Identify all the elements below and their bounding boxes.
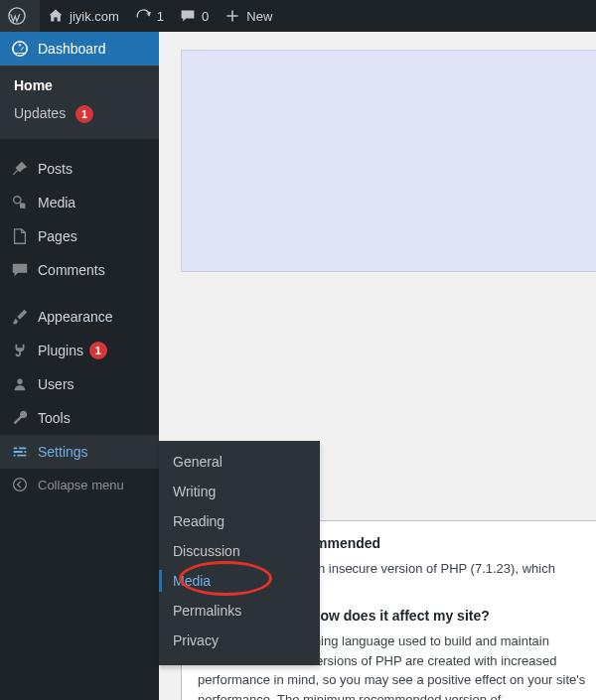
refresh-count: 1	[157, 9, 164, 24]
wrench-icon	[10, 409, 30, 427]
menu-label: Settings	[38, 444, 88, 460]
sliders-icon	[10, 443, 30, 461]
menu-posts[interactable]: Posts	[0, 152, 159, 186]
wp-logo[interactable]	[0, 0, 40, 32]
refresh-icon	[135, 8, 151, 24]
separator	[0, 143, 159, 148]
svg-point-1	[13, 42, 27, 56]
collapse-icon	[10, 477, 30, 492]
updates-link[interactable]: 1	[127, 0, 172, 32]
menu-pages[interactable]: Pages	[0, 219, 159, 253]
new-link[interactable]: New	[217, 0, 280, 32]
submenu-updates[interactable]: Updates 1	[0, 99, 159, 129]
site-name: jiyik.com	[70, 9, 119, 24]
settings-media[interactable]: Media	[159, 566, 320, 596]
menu-settings[interactable]: Settings	[0, 435, 159, 469]
svg-point-2	[14, 197, 21, 204]
collapse-menu[interactable]: Collapse menu	[0, 469, 159, 500]
home-icon	[48, 8, 64, 24]
collapse-label: Collapse menu	[38, 478, 124, 492]
menu-label: Comments	[38, 262, 105, 278]
menu-label: Plugins	[38, 343, 83, 358]
gauge-icon	[10, 40, 30, 58]
svg-point-4	[14, 479, 27, 491]
dashboard-submenu: Home Updates 1	[0, 66, 159, 139]
settings-privacy[interactable]: Privacy	[159, 626, 320, 655]
menu-label: Dashboard	[38, 41, 106, 57]
submenu-home[interactable]: Home	[0, 71, 159, 99]
new-label: New	[246, 9, 272, 24]
comment-icon	[10, 261, 30, 279]
settings-permalinks[interactable]: Permalinks	[159, 596, 320, 626]
comment-icon	[180, 8, 196, 24]
settings-discussion[interactable]: Discussion	[159, 536, 320, 566]
menu-label: Pages	[38, 228, 77, 244]
pin-icon	[10, 160, 30, 178]
menu-label: Users	[38, 376, 74, 392]
plug-icon	[10, 342, 30, 359]
menu-plugins[interactable]: Plugins 1	[0, 334, 159, 367]
menu-label: Appearance	[38, 309, 113, 325]
menu-tools[interactable]: Tools	[0, 401, 159, 435]
site-link[interactable]: jiyik.com	[40, 0, 127, 32]
admin-sidebar: Dashboard Home Updates 1 Posts Media Pag…	[0, 32, 159, 700]
wordpress-icon	[8, 7, 26, 25]
settings-reading[interactable]: Reading	[159, 506, 320, 536]
settings-writing[interactable]: Writing	[159, 477, 320, 506]
page-icon	[10, 227, 30, 245]
menu-dashboard[interactable]: Dashboard	[0, 32, 159, 66]
menu-label: Tools	[38, 410, 71, 426]
comments-count: 0	[202, 9, 209, 24]
separator	[0, 291, 159, 296]
settings-general[interactable]: General	[159, 447, 320, 477]
submenu-updates-label: Updates	[14, 105, 66, 121]
paintbrush-icon	[10, 308, 30, 326]
menu-comments[interactable]: Comments	[0, 253, 159, 287]
menu-label: Media	[38, 195, 75, 210]
menu-users[interactable]: Users	[0, 367, 159, 401]
admin-bar: jiyik.com 1 0 New	[0, 0, 596, 32]
svg-point-3	[17, 379, 22, 384]
menu-appearance[interactable]: Appearance	[0, 300, 159, 334]
welcome-panel	[181, 50, 596, 272]
media-icon	[10, 194, 30, 211]
settings-flyout: General Writing Reading Discussion Media…	[159, 441, 320, 665]
menu-label: Posts	[38, 161, 73, 177]
plus-icon	[224, 8, 240, 24]
comments-link[interactable]: 0	[172, 0, 217, 32]
menu-media[interactable]: Media	[0, 186, 159, 219]
user-icon	[10, 375, 30, 393]
plugins-badge: 1	[89, 342, 107, 359]
updates-badge: 1	[75, 105, 93, 123]
